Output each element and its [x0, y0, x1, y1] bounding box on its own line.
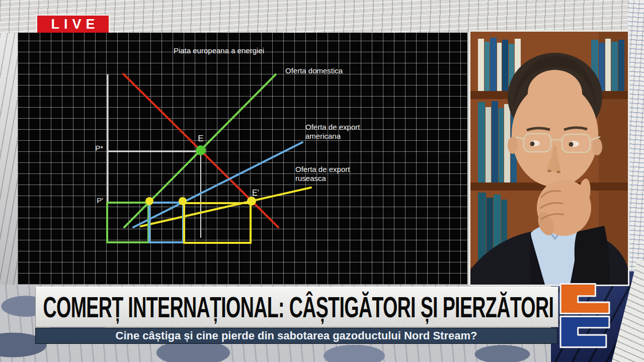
live-badge: LIVE — [36, 15, 110, 34]
headline-text: COMERȚ INTERNAȚIONAL: CÂȘTIGĂTORI ȘI PIE… — [36, 291, 553, 324]
live-badge-label: LIVE — [51, 17, 99, 32]
head — [508, 53, 602, 187]
subheadline-banner: Cine câștiga și cine pierde din sabotare… — [35, 328, 557, 344]
label-price-p-prime: P' — [80, 196, 103, 205]
channel-logo-bottom-icon — [559, 315, 611, 348]
label-us-line1: Oferta de export — [305, 123, 360, 132]
subheadline-text: Cine câștiga și cine pierde din sabotare… — [116, 329, 477, 342]
presenter-video-panel — [469, 30, 629, 286]
water-backdrop-left — [0, 33, 18, 285]
channel-logo — [559, 283, 612, 350]
chart-title: Piata europeana a energiei — [143, 46, 294, 55]
presenter-portrait — [470, 32, 628, 285]
label-price-p-star: P* — [80, 144, 103, 153]
label-ru-line2: ruseasca — [295, 174, 350, 183]
label-us-line2: americana — [305, 132, 360, 141]
label-ru-export-supply: Oferta de export ruseasca — [295, 165, 350, 183]
channel-logo-top-icon — [559, 283, 611, 315]
headline-banner: COMERȚ INTERNAȚIONAL: CÂȘTIGĂTORI ȘI PIE… — [35, 287, 558, 327]
label-equilibrium-E2: E' — [252, 189, 259, 198]
sleeve — [575, 226, 610, 285]
label-us-export-supply: Oferta de export americana — [305, 123, 360, 141]
label-ru-line1: Oferta de export — [295, 165, 350, 174]
label-domestic-supply: Oferta domestica — [285, 66, 343, 75]
label-equilibrium-E: E — [194, 134, 208, 143]
chart-lines-canvas — [18, 33, 467, 285]
broadcast-frame: LIVE Piata europeana a energiei Oferta d… — [0, 0, 644, 362]
energy-market-chart: Piata europeana a energiei Oferta domest… — [18, 33, 467, 285]
